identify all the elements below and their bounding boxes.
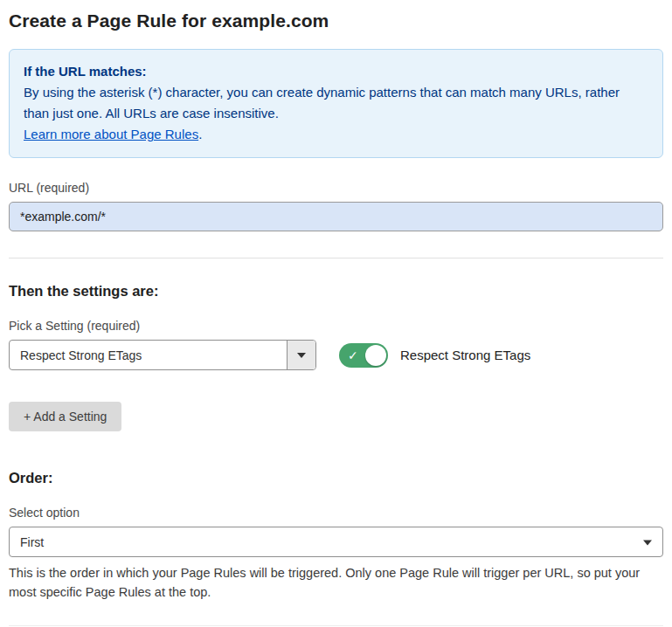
toggle-knob	[365, 345, 386, 366]
info-box-body: By using the asterisk (*) character, you…	[24, 82, 648, 124]
order-heading: Order:	[9, 470, 663, 486]
info-box-link-line: Learn more about Page Rules.	[24, 124, 648, 145]
info-box-heading: If the URL matches:	[24, 61, 648, 82]
add-setting-button[interactable]: + Add a Setting	[9, 402, 121, 431]
create-page-rule-panel: Create a Page Rule for example.com If th…	[0, 0, 672, 627]
setting-select-caret-button[interactable]	[287, 341, 315, 369]
toggle-wrap: ✓ Respect Strong ETags	[339, 343, 530, 368]
check-icon: ✓	[348, 348, 358, 361]
toggle-label: Respect Strong ETags	[400, 348, 530, 362]
learn-more-link[interactable]: Learn more about Page Rules	[24, 127, 198, 141]
url-match-info-box: If the URL matches: By using the asteris…	[9, 49, 663, 158]
section-divider	[9, 258, 663, 258]
chevron-down-icon	[643, 540, 652, 545]
pick-setting-label: Pick a Setting (required)	[9, 319, 663, 333]
setting-row: Respect Strong ETags ✓ Respect Strong ET…	[9, 340, 663, 370]
order-select[interactable]: First	[9, 527, 663, 557]
link-period: .	[198, 127, 202, 141]
page-title: Create a Page Rule for example.com	[9, 10, 663, 31]
url-input[interactable]	[9, 202, 663, 231]
select-option-label: Select option	[9, 506, 663, 520]
setting-select-value: Respect Strong ETags	[10, 348, 287, 362]
url-label: URL (required)	[9, 181, 663, 195]
respect-strong-etags-toggle[interactable]: ✓	[339, 343, 388, 368]
setting-select[interactable]: Respect Strong ETags	[9, 340, 316, 370]
settings-heading: Then the settings are:	[9, 283, 663, 300]
chevron-down-icon	[297, 353, 306, 358]
order-select-value: First	[10, 535, 662, 549]
order-help-text: This is the order in which your Page Rul…	[9, 563, 655, 603]
